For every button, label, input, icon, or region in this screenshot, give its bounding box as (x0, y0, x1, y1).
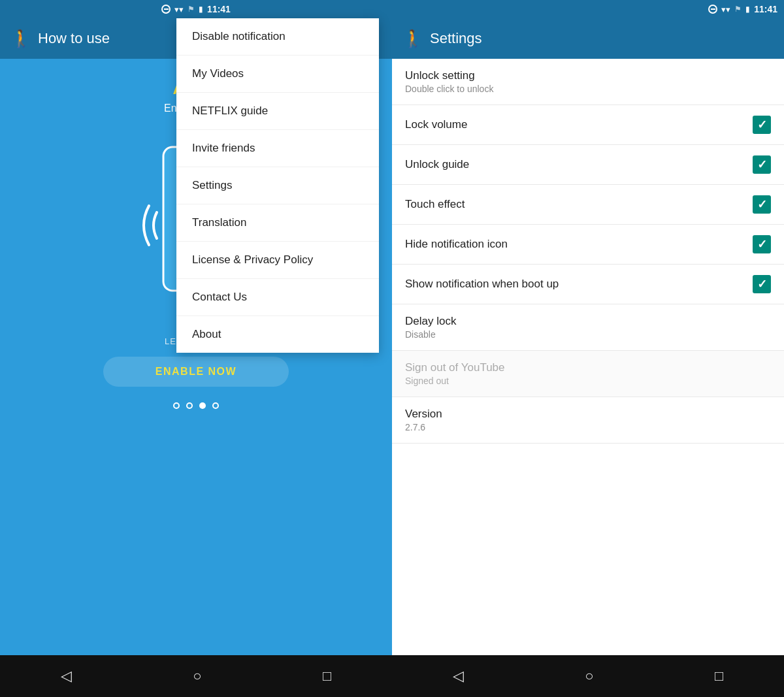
sign-out-youtube-text: Sign out of YouTube Signed out (405, 361, 505, 386)
time-right: 11:41 (754, 4, 777, 14)
show-notification-boot-text: Show notification when boot up (405, 278, 559, 291)
menu-item-disable-notification[interactable]: Disable notification (176, 18, 379, 56)
menu-item-my-videos[interactable]: My Videos (176, 56, 379, 93)
recents-button-right[interactable]: □ (715, 668, 723, 685)
version-title: Version (405, 408, 442, 421)
right-header-title: Settings (430, 30, 482, 47)
setting-lock-volume[interactable]: Lock volume (392, 105, 784, 145)
wifi-icon-right: ▾▾ (721, 5, 730, 14)
battery-icon-right: ▮ (745, 5, 750, 14)
home-button-right[interactable]: ○ (585, 668, 593, 685)
right-panel: 🚶 Settings Unlock setting Double click t… (392, 18, 784, 655)
setting-show-notification-boot[interactable]: Show notification when boot up (392, 265, 784, 304)
lock-volume-title: Lock volume (405, 118, 467, 131)
menu-item-netflix-guide[interactable]: NETFLIX guide (176, 93, 379, 130)
nav-right: ◁ ○ □ (392, 655, 784, 697)
right-header: 🚶 Settings (392, 18, 784, 59)
unlock-setting-title: Unlock setting (405, 69, 493, 82)
dot-3[interactable] (199, 402, 206, 409)
minus-icon-right (708, 5, 717, 14)
left-header-title: How to use (38, 30, 110, 47)
left-header-icon: 🚶 (10, 29, 31, 49)
menu-item-invite-friends[interactable]: Invite friends (176, 130, 379, 167)
dot-2[interactable] (186, 402, 193, 409)
main-content: 🚶 How to use Alm... Enable to lo... (0, 18, 784, 655)
hide-notification-icon-checkbox[interactable] (753, 235, 771, 253)
back-button-right[interactable]: ◁ (453, 668, 464, 685)
unlock-setting-subtitle: Double click to unlock (405, 84, 493, 94)
status-bar-right: ▾▾ ⚑ ▮ 11:41 (392, 0, 784, 18)
dot-4[interactable] (212, 402, 219, 409)
delay-lock-text: Delay lock Disable (405, 315, 456, 340)
dot-1[interactable] (173, 402, 180, 409)
status-bar: ▾▾ ⚑ ▮ 11:41 ▾▾ ⚑ ▮ 11:41 (0, 0, 784, 18)
setting-hide-notification-icon[interactable]: Hide notification icon (392, 225, 784, 265)
setting-unlock-setting[interactable]: Unlock setting Double click to unlock (392, 59, 784, 105)
recents-button-left[interactable]: □ (323, 668, 331, 685)
touch-effect-title: Touch effect (405, 198, 465, 211)
unlock-guide-text: Unlock guide (405, 158, 469, 171)
hide-notification-icon-text: Hide notification icon (405, 238, 508, 251)
status-bar-left: ▾▾ ⚑ ▮ 11:41 (0, 0, 392, 18)
nav-bar: ◁ ○ □ ◁ ○ □ (0, 655, 784, 697)
home-button-left[interactable]: ○ (193, 668, 201, 685)
time-left: 11:41 (207, 4, 231, 14)
wifi-icon-left: ▾▾ (174, 5, 184, 14)
setting-sign-out-youtube[interactable]: Sign out of YouTube Signed out (392, 351, 784, 397)
right-header-icon: 🚶 (402, 29, 423, 49)
dots-row (173, 402, 219, 409)
enable-now-label: ENABLE NOW (155, 366, 237, 377)
settings-list: Unlock setting Double click to unlock Lo… (392, 59, 784, 655)
sign-out-youtube-title: Sign out of YouTube (405, 361, 505, 374)
setting-unlock-guide[interactable]: Unlock guide (392, 145, 784, 185)
version-subtitle: 2.7.6 (405, 422, 442, 432)
lock-volume-text: Lock volume (405, 118, 467, 131)
flag-icon-left: ⚑ (188, 5, 195, 14)
touch-effect-text: Touch effect (405, 198, 465, 211)
setting-touch-effect[interactable]: Touch effect (392, 185, 784, 225)
menu-item-contact-us[interactable]: Contact Us (176, 279, 379, 316)
unlock-guide-title: Unlock guide (405, 158, 469, 171)
enable-now-button[interactable]: ENABLE NOW (103, 357, 289, 387)
setting-delay-lock[interactable]: Delay lock Disable (392, 304, 784, 351)
nav-left: ◁ ○ □ (0, 655, 392, 697)
show-notification-boot-checkbox[interactable] (753, 275, 771, 293)
unlock-setting-text: Unlock setting Double click to unlock (405, 69, 493, 94)
back-button-left[interactable]: ◁ (61, 668, 72, 685)
left-panel: 🚶 How to use Alm... Enable to lo... (0, 18, 392, 655)
menu-item-translation[interactable]: Translation (176, 204, 379, 242)
sign-out-youtube-subtitle: Signed out (405, 376, 505, 386)
menu-item-license-privacy[interactable]: License & Privacy Policy (176, 242, 379, 279)
menu-item-settings[interactable]: Settings (176, 167, 379, 204)
show-notification-boot-title: Show notification when boot up (405, 278, 559, 291)
unlock-guide-checkbox[interactable] (753, 155, 771, 174)
dropdown-menu: Disable notification My Videos NETFLIX g… (176, 18, 379, 353)
delay-lock-subtitle: Disable (405, 329, 456, 340)
hide-notification-icon-title: Hide notification icon (405, 238, 508, 251)
flag-icon-right: ⚑ (734, 5, 742, 14)
version-text: Version 2.7.6 (405, 408, 442, 432)
delay-lock-title: Delay lock (405, 315, 456, 328)
minus-icon-left (161, 5, 171, 14)
battery-icon-left: ▮ (199, 5, 203, 14)
menu-item-about[interactable]: About (176, 316, 379, 353)
setting-version: Version 2.7.6 (392, 397, 784, 444)
lock-volume-checkbox[interactable] (753, 116, 771, 134)
touch-effect-checkbox[interactable] (753, 195, 771, 214)
